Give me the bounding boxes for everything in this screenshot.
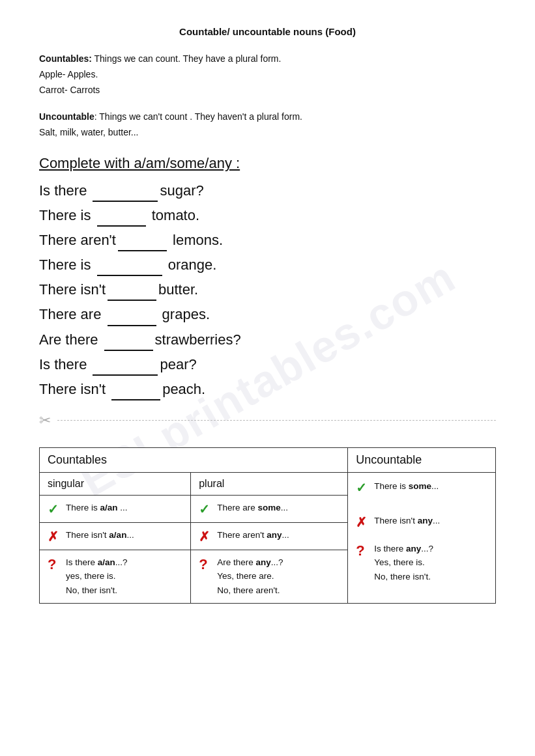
ex8-end: pear? — [160, 356, 196, 372]
singular-negative-cell: ✗ There isn't a/an... — [40, 522, 191, 550]
exercise-6: There are grapes. — [39, 302, 496, 326]
plural-negative-cell: ✗ There aren't any... — [191, 522, 348, 550]
singular-subheader: singular — [40, 472, 191, 495]
ex7-blank — [104, 328, 153, 351]
ex1-start: Is there — [39, 182, 91, 199]
divider-row: ✂ — [39, 412, 496, 429]
singular-question-icon: ? — [48, 556, 62, 573]
countables-label: Countables: — [39, 53, 92, 64]
intro-section: Countables: Things we can count. They ha… — [39, 51, 496, 98]
ex5-start: There isn't — [39, 281, 106, 298]
uncountable-cross-icon: ✗ — [356, 514, 370, 530]
ex4-end: orange. — [164, 257, 217, 273]
ex6-end: grapes. — [158, 306, 210, 322]
exercise-list: Is there sugar? There is tomato. There a… — [39, 178, 496, 400]
plural-affirmative-text: There are some... — [217, 501, 288, 515]
ex2-blank — [97, 203, 146, 227]
complete-section: Complete with a/am/some/any : Is there s… — [39, 155, 496, 400]
ex1-end: sugar? — [160, 182, 203, 199]
plural-cross-icon: ✗ — [199, 529, 213, 544]
singular-affirmative-cell: ✓ There is a/an ... — [40, 495, 191, 522]
uncountable-row1-text: There is some... — [374, 479, 439, 494]
grammar-table: Countables Uncountable singular plural ✓… — [39, 447, 496, 604]
singular-negative-text: There isn't a/an... — [66, 528, 134, 542]
uncountable-row3-text: Is there any...?Yes, there is.No, there … — [374, 542, 433, 584]
singular-affirmative-text: There is a/an ... — [66, 501, 128, 515]
table-subheader-row: singular plural ✓ There is some... ✗ The… — [40, 472, 496, 495]
ex3-end: lemons. — [169, 232, 223, 248]
exercise-7: Are there strawberries? — [39, 328, 496, 351]
ex2-end: tomato. — [148, 207, 199, 223]
exercise-4: There is orange. — [39, 253, 496, 276]
exercise-3: There aren't lemons. — [39, 228, 496, 251]
countables-col-header: Countables — [40, 447, 348, 472]
uncountable-row2-text: There isn't any... — [374, 514, 440, 528]
table-header-row: Countables Uncountable — [40, 447, 496, 472]
uncountable-examples: Salt, milk, water, butter... — [39, 125, 496, 141]
uncountable-row1: ✓ There is some... — [356, 479, 487, 496]
ex2-start: There is — [39, 207, 95, 223]
ex6-blank — [108, 302, 156, 326]
plural-question-icon: ? — [199, 556, 213, 573]
ex9-end: peach. — [162, 381, 205, 397]
ex3-start: There aren't — [39, 232, 116, 248]
plural-question-cell: ? Are there any...?Yes, there are.No, th… — [191, 550, 348, 603]
ex5-blank — [108, 277, 156, 301]
countables-text: Things we can count. They have a plural … — [92, 53, 282, 64]
complete-title: Complete with a/am/some/any : — [39, 155, 496, 172]
ex6-start: There are — [39, 306, 106, 322]
ex7-start: Are there — [39, 331, 102, 348]
exercise-9: There isn't peach. — [39, 377, 496, 400]
plural-subheader: plural — [191, 472, 348, 495]
plural-check-icon: ✓ — [199, 501, 213, 517]
plural-affirmative-cell: ✓ There are some... — [191, 495, 348, 522]
uncountable-row2: ✗ There isn't any... — [356, 514, 487, 530]
uncountable-question-icon: ? — [356, 542, 370, 559]
countables-example2: Carrot- Carrots — [39, 83, 496, 98]
ex5-end: butter. — [158, 281, 198, 298]
exercise-5: There isn't butter. — [39, 277, 496, 301]
ex3-blank — [118, 228, 167, 251]
ex1-blank — [93, 178, 158, 202]
uncountable-row3: ? Is there any...?Yes, there is.No, ther… — [356, 542, 487, 584]
uncountable-section: Uncountable: Things we can't count . The… — [39, 109, 496, 141]
scissors-icon: ✂ — [39, 412, 51, 429]
ex8-blank — [93, 352, 158, 376]
ex8-start: Is there — [39, 356, 91, 372]
ex9-blank — [111, 377, 160, 400]
singular-question-text: Is there a/an...?yes, there is.No, ther … — [66, 555, 128, 598]
ex4-blank — [97, 253, 162, 276]
ex4-start: There is — [39, 257, 95, 273]
uncountable-text: : Things we can't count . They haven't a… — [94, 111, 302, 122]
uncountable-label: Uncountable — [39, 111, 94, 122]
page-title: Countable/ uncountable nouns (Food) — [39, 26, 496, 37]
uncountable-check-icon: ✓ — [356, 480, 370, 496]
exercise-2: There is tomato. — [39, 203, 496, 227]
singular-check-icon: ✓ — [48, 501, 62, 517]
divider-line — [57, 420, 496, 421]
singular-question-cell: ? Is there a/an...?yes, there is.No, the… — [40, 550, 191, 603]
ex7-end: strawberries? — [155, 331, 241, 348]
exercise-1: Is there sugar? — [39, 178, 496, 202]
singular-cross-icon: ✗ — [48, 529, 62, 544]
countables-example1: Apple- Apples. — [39, 67, 496, 83]
exercise-8: Is there pear? — [39, 352, 496, 376]
plural-question-text: Are there any...?Yes, there are.No, ther… — [217, 555, 283, 598]
plural-negative-text: There aren't any... — [217, 528, 289, 542]
ex9-start: There isn't — [39, 381, 109, 397]
uncountable-col-header: Uncountable — [348, 447, 496, 472]
